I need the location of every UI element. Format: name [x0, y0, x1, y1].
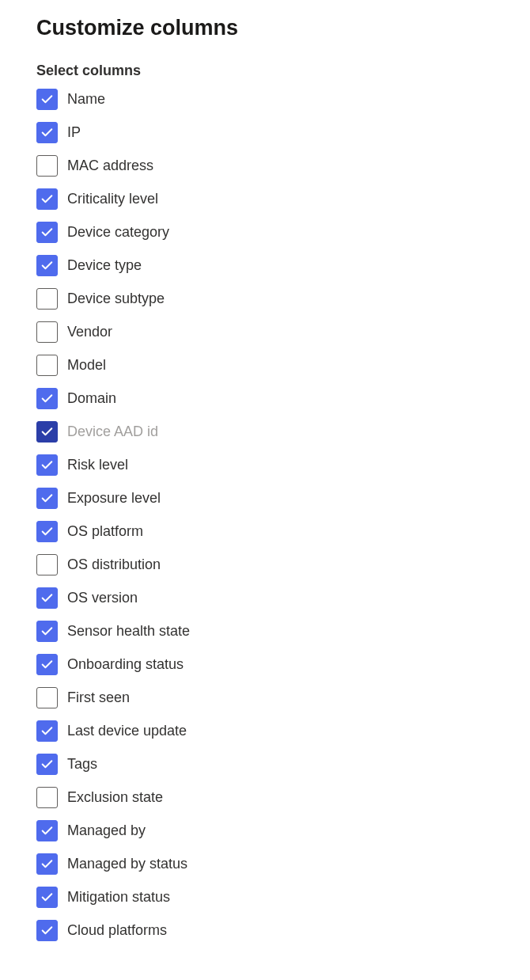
column-option-label: Sensor health state	[67, 623, 190, 640]
column-option-checkbox[interactable]	[36, 89, 58, 110]
column-option-row[interactable]: Tags	[36, 754, 494, 775]
column-option-checkbox[interactable]	[36, 288, 58, 310]
column-option-label: Managed by	[67, 822, 146, 839]
column-option-row[interactable]: Device AAD id	[36, 421, 494, 443]
page-title: Customize columns	[36, 16, 494, 40]
column-option-row[interactable]: OS platform	[36, 521, 494, 542]
column-option-row[interactable]: Domain	[36, 388, 494, 409]
column-option-row[interactable]: Vendor	[36, 321, 494, 343]
column-option-label: Device type	[67, 257, 142, 274]
column-option-checkbox[interactable]	[36, 521, 58, 542]
column-option-checkbox[interactable]	[36, 787, 58, 808]
column-option-label: First seen	[67, 689, 130, 706]
column-option-label: Domain	[67, 390, 116, 407]
column-option-label: OS platform	[67, 523, 143, 540]
column-option-label: MAC address	[67, 158, 153, 174]
column-option-label: Name	[67, 91, 105, 108]
column-option-label: OS version	[67, 590, 138, 606]
column-option-label: Criticality level	[67, 191, 158, 207]
column-option-row[interactable]: Exclusion state	[36, 787, 494, 808]
column-option-row[interactable]: Device category	[36, 222, 494, 243]
column-option-checkbox[interactable]	[36, 188, 58, 210]
column-option-checkbox[interactable]	[36, 887, 58, 908]
column-option-checkbox[interactable]	[36, 554, 58, 575]
column-option-checkbox[interactable]	[36, 122, 58, 143]
column-option-checkbox[interactable]	[36, 488, 58, 509]
column-option-checkbox[interactable]	[36, 355, 58, 376]
column-option-row[interactable]: Mitigation status	[36, 887, 494, 908]
column-option-checkbox[interactable]	[36, 255, 58, 276]
column-option-checkbox[interactable]	[36, 654, 58, 675]
column-option-row[interactable]: Managed by	[36, 820, 494, 841]
column-option-row[interactable]: Device type	[36, 255, 494, 276]
column-option-label: Model	[67, 357, 106, 374]
column-option-label: Onboarding status	[67, 656, 184, 673]
column-option-label: Mitigation status	[67, 889, 170, 906]
column-option-label: Last device update	[67, 723, 187, 739]
column-option-row[interactable]: OS distribution	[36, 554, 494, 575]
column-option-row[interactable]: OS version	[36, 587, 494, 609]
column-option-list: NameIPMAC addressCriticality levelDevice…	[36, 89, 494, 941]
column-option-row[interactable]: Cloud platforms	[36, 920, 494, 941]
column-option-checkbox[interactable]	[36, 621, 58, 642]
column-option-row[interactable]: Onboarding status	[36, 654, 494, 675]
column-option-label: Exposure level	[67, 490, 161, 507]
column-option-row[interactable]: Device subtype	[36, 288, 494, 310]
column-option-row[interactable]: MAC address	[36, 155, 494, 177]
column-option-row[interactable]: Managed by status	[36, 853, 494, 875]
column-option-row[interactable]: First seen	[36, 687, 494, 708]
column-option-checkbox[interactable]	[36, 587, 58, 609]
column-option-checkbox[interactable]	[36, 920, 58, 941]
section-subtitle: Select columns	[36, 63, 494, 79]
column-option-row[interactable]: IP	[36, 122, 494, 143]
column-option-checkbox[interactable]	[36, 155, 58, 177]
column-option-row[interactable]: Risk level	[36, 454, 494, 476]
column-option-label: OS distribution	[67, 556, 161, 573]
column-option-row[interactable]: Sensor health state	[36, 621, 494, 642]
column-option-checkbox[interactable]	[36, 454, 58, 476]
column-option-label: Device AAD id	[67, 424, 158, 440]
column-option-checkbox[interactable]	[36, 720, 58, 742]
column-option-label: Managed by status	[67, 856, 187, 872]
column-option-row[interactable]: Exposure level	[36, 488, 494, 509]
column-option-checkbox[interactable]	[36, 222, 58, 243]
column-option-checkbox[interactable]	[36, 421, 58, 443]
column-option-label: Exclusion state	[67, 789, 163, 806]
column-option-label: Tags	[67, 756, 97, 773]
column-option-label: IP	[67, 124, 81, 141]
column-option-label: Cloud platforms	[67, 922, 167, 939]
column-option-label: Vendor	[67, 324, 112, 340]
column-option-checkbox[interactable]	[36, 820, 58, 841]
column-option-label: Device subtype	[67, 291, 165, 307]
column-option-checkbox[interactable]	[36, 388, 58, 409]
column-option-checkbox[interactable]	[36, 754, 58, 775]
column-option-checkbox[interactable]	[36, 853, 58, 875]
column-option-label: Risk level	[67, 457, 128, 473]
column-option-row[interactable]: Criticality level	[36, 188, 494, 210]
column-option-checkbox[interactable]	[36, 687, 58, 708]
column-option-checkbox[interactable]	[36, 321, 58, 343]
column-option-row[interactable]: Model	[36, 355, 494, 376]
column-option-row[interactable]: Last device update	[36, 720, 494, 742]
column-option-label: Device category	[67, 224, 169, 241]
column-option-row[interactable]: Name	[36, 89, 494, 110]
